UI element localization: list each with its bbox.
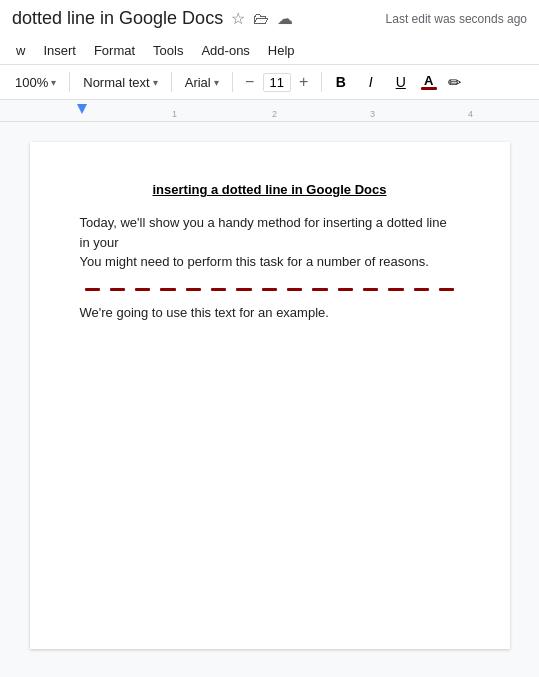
dotted-segment	[363, 288, 378, 291]
dotted-segment	[236, 288, 251, 291]
ruler-mark-4: 4	[468, 109, 473, 119]
font-color-bar	[421, 87, 437, 90]
font-size-area: − 11 +	[239, 71, 315, 93]
menu-item-format[interactable]: Format	[86, 39, 143, 62]
cloud-icon[interactable]: ☁	[277, 9, 293, 28]
title-bar: dotted line in Google Docs ☆ 🗁 ☁ Last ed…	[0, 0, 539, 37]
menu-item-file[interactable]: w	[8, 39, 33, 62]
dotted-segment	[338, 288, 353, 291]
ruler-mark-2: 2	[272, 109, 277, 119]
font-label: Arial	[185, 75, 211, 90]
document-title[interactable]: dotted line in Google Docs	[12, 8, 223, 29]
document-page: inserting a dotted line in Google Docs T…	[30, 142, 510, 649]
style-dropdown[interactable]: Normal text ▾	[76, 71, 164, 94]
zoom-value: 100%	[15, 75, 48, 90]
folder-icon[interactable]: 🗁	[253, 10, 269, 28]
dotted-line	[80, 288, 460, 291]
font-color-button[interactable]: A	[418, 69, 440, 95]
dotted-segment	[110, 288, 125, 291]
highlighter-button[interactable]: ✏	[444, 69, 466, 95]
menu-item-addons[interactable]: Add-ons	[193, 39, 257, 62]
zoom-dropdown[interactable]: 100% ▾	[8, 71, 63, 94]
dotted-segment	[160, 288, 175, 291]
underline-button[interactable]: U	[388, 69, 414, 95]
menu-bar: w Insert Format Tools Add-ons Help	[0, 37, 539, 65]
ruler-mark-1: 1	[172, 109, 177, 119]
bold-button[interactable]: B	[328, 69, 354, 95]
dotted-segment	[287, 288, 302, 291]
font-dropdown[interactable]: Arial ▾	[178, 71, 226, 94]
dotted-segment	[439, 288, 454, 291]
menu-item-help[interactable]: Help	[260, 39, 303, 62]
dotted-segment	[85, 288, 100, 291]
font-size-input[interactable]: 11	[263, 73, 291, 92]
ruler-mark-3: 3	[370, 109, 375, 119]
dotted-segment	[388, 288, 403, 291]
dotted-segment	[414, 288, 429, 291]
dotted-segment	[186, 288, 201, 291]
document-heading: inserting a dotted line in Google Docs	[80, 182, 460, 197]
zoom-chevron-icon: ▾	[51, 77, 56, 88]
dotted-segment	[211, 288, 226, 291]
dotted-segment	[312, 288, 327, 291]
dotted-segment	[135, 288, 150, 291]
font-size-increase-button[interactable]: +	[293, 71, 315, 93]
document-example-text[interactable]: We're going to use this text for an exam…	[80, 305, 460, 320]
separator-4	[321, 72, 322, 92]
document-body-text[interactable]: Today, we'll show you a handy method for…	[80, 213, 460, 272]
separator-3	[232, 72, 233, 92]
font-size-decrease-button[interactable]: −	[239, 71, 261, 93]
style-label: Normal text	[83, 75, 149, 90]
italic-button[interactable]: I	[358, 69, 384, 95]
font-chevron-icon: ▾	[214, 77, 219, 88]
separator-1	[69, 72, 70, 92]
dotted-segment	[262, 288, 277, 291]
ruler: 1 2 3 4	[0, 100, 539, 122]
menu-item-insert[interactable]: Insert	[35, 39, 84, 62]
style-chevron-icon: ▾	[153, 77, 158, 88]
font-color-letter: A	[424, 74, 433, 87]
menu-item-tools[interactable]: Tools	[145, 39, 191, 62]
last-edit-status: Last edit was seconds ago	[386, 12, 527, 26]
separator-2	[171, 72, 172, 92]
toolbar: 100% ▾ Normal text ▾ Arial ▾ − 11 + B I …	[0, 65, 539, 100]
star-icon[interactable]: ☆	[231, 9, 245, 28]
title-icons: ☆ 🗁 ☁	[231, 9, 293, 28]
ruler-inner: 1 2 3 4	[12, 100, 527, 121]
document-area: inserting a dotted line in Google Docs T…	[0, 122, 539, 669]
ruler-tab[interactable]	[77, 104, 87, 114]
